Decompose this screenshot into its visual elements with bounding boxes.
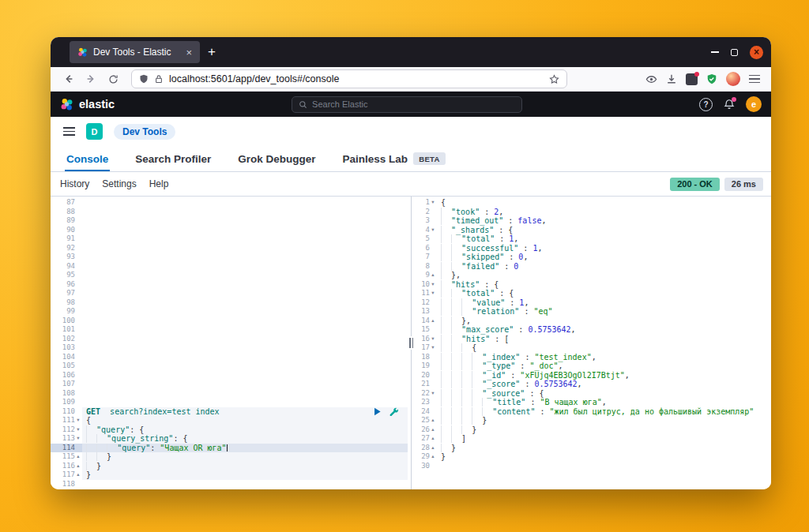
fold-toggle-icon[interactable]: ▾ xyxy=(430,280,436,290)
url-text[interactable]: localhost:5601/app/dev_tools#/console xyxy=(169,73,339,84)
code-line[interactable]: 22▾ "_source" : { xyxy=(415,389,771,399)
maximize-button[interactable] xyxy=(731,49,738,56)
code-line[interactable]: 105 xyxy=(51,362,408,371)
code-line[interactable]: 11▾ "total" : { xyxy=(415,289,771,298)
code-line[interactable]: 10▾ "hits" : { xyxy=(415,280,771,290)
back-icon[interactable] xyxy=(58,69,79,88)
code-line[interactable]: 5 "total" : 1, xyxy=(415,234,771,244)
code-line[interactable]: 94 xyxy=(51,262,408,272)
tab-grok-debugger[interactable]: Grok Debugger xyxy=(236,147,317,171)
code-line[interactable]: 118 xyxy=(51,480,408,489)
code-line[interactable]: 115▴ } xyxy=(51,452,408,462)
fold-toggle-icon[interactable]: ▴ xyxy=(75,452,81,462)
fold-toggle-icon[interactable]: ▴ xyxy=(430,416,436,425)
nav-menu-icon[interactable] xyxy=(63,125,75,138)
fold-toggle-icon[interactable]: ▴ xyxy=(430,444,436,453)
page-info-icon[interactable] xyxy=(154,74,164,84)
code-line[interactable]: 30 xyxy=(415,462,771,471)
code-line[interactable]: 114 "query": "Чащах OR юга" xyxy=(51,444,408,453)
code-line[interactable]: 93 xyxy=(51,253,408,262)
code-line[interactable]: 12 "value" : 1, xyxy=(415,298,771,308)
code-line[interactable]: 25▴ } xyxy=(415,416,771,425)
code-line[interactable]: 87 xyxy=(51,198,408,208)
code-line[interactable]: 92 xyxy=(51,244,408,253)
code-line[interactable]: 95 xyxy=(51,271,408,280)
code-line[interactable]: 109 xyxy=(51,398,408,407)
url-bar[interactable]: localhost:5601/app/dev_tools#/console xyxy=(131,69,567,88)
fold-toggle-icon[interactable]: ▾ xyxy=(75,425,81,435)
request-editor-panel[interactable]: 8788899091929394959697989910010110210310… xyxy=(51,197,408,489)
code-line[interactable]: 110GET _search?index=test_index xyxy=(51,407,408,417)
code-line[interactable]: 97 xyxy=(51,289,408,298)
browser-menu-icon[interactable] xyxy=(749,75,760,84)
fold-toggle-icon[interactable]: ▾ xyxy=(75,416,81,425)
code-line[interactable]: 101 xyxy=(51,325,408,335)
global-search[interactable] xyxy=(292,96,522,113)
code-line[interactable]: 6 "successful" : 1, xyxy=(415,244,771,253)
code-line[interactable]: 111▾{ xyxy=(51,416,408,425)
code-line[interactable]: 117▴} xyxy=(51,470,408,480)
tab-console[interactable]: Console xyxy=(65,147,110,171)
code-line[interactable]: 102 xyxy=(51,335,408,344)
panel-resizer[interactable] xyxy=(408,197,415,489)
fold-toggle-icon[interactable]: ▴ xyxy=(430,317,436,326)
code-line[interactable]: 98 xyxy=(51,298,408,308)
code-line[interactable]: 27▴ ] xyxy=(415,434,771,444)
tracking-shield-icon[interactable] xyxy=(139,74,149,84)
extension-icon[interactable] xyxy=(686,73,698,85)
bookmark-star-icon[interactable] xyxy=(549,74,559,84)
code-line[interactable]: 100 xyxy=(51,317,408,326)
code-line[interactable]: 108 xyxy=(51,389,408,399)
settings-button[interactable]: Settings xyxy=(102,178,136,189)
code-line[interactable]: 2 "took" : 2, xyxy=(415,208,771,217)
code-line[interactable]: 24 "content" : "жил был цитрус, да но фа… xyxy=(415,407,771,417)
space-avatar[interactable]: D xyxy=(86,123,103,140)
download-icon[interactable] xyxy=(666,73,677,84)
code-line[interactable]: 20 "_id" : "xFUjq4EB3OgOl2I7Btjt", xyxy=(415,371,771,380)
code-line[interactable]: 96 xyxy=(51,280,408,290)
code-line[interactable]: 26▴ } xyxy=(415,425,771,435)
fold-toggle-icon[interactable]: ▾ xyxy=(430,198,436,208)
elastic-brand[interactable]: elastic xyxy=(60,98,115,111)
code-line[interactable]: 21 "_score" : 0.5753642, xyxy=(415,380,771,389)
request-options-wrench-icon[interactable] xyxy=(389,406,398,416)
fold-toggle-icon[interactable]: ▾ xyxy=(430,226,436,235)
code-line[interactable]: 17▾ { xyxy=(415,343,771,353)
fold-toggle-icon[interactable]: ▾ xyxy=(430,289,436,298)
reload-icon[interactable] xyxy=(103,69,123,88)
code-line[interactable]: 113▾ "query_string": { xyxy=(51,434,408,444)
user-avatar[interactable]: e xyxy=(746,96,762,112)
fold-toggle-icon[interactable]: ▴ xyxy=(430,452,436,462)
code-line[interactable]: 23 "title" : "В чащах юга", xyxy=(415,398,771,407)
privacy-eye-icon[interactable] xyxy=(645,73,657,85)
response-panel[interactable]: 1▾{2 "took" : 2,3 "timed_out" : false,4▾… xyxy=(415,197,771,489)
tab-search-profiler[interactable]: Search Profiler xyxy=(134,147,213,171)
send-request-button[interactable] xyxy=(373,407,382,416)
profile-avatar[interactable] xyxy=(726,72,740,86)
newsfeed-bell-icon[interactable] xyxy=(724,99,735,110)
help-button[interactable]: Help xyxy=(149,178,169,189)
search-input[interactable] xyxy=(312,99,515,109)
browser-tab[interactable]: Dev Tools - Elastic × xyxy=(70,41,200,63)
code-line[interactable]: 4▾ "_shards" : { xyxy=(415,226,771,235)
code-line[interactable]: 104 xyxy=(51,353,408,362)
breadcrumb[interactable]: Dev Tools xyxy=(114,124,175,140)
code-line[interactable]: 16▾ "hits" : [ xyxy=(415,335,771,344)
fold-toggle-icon[interactable]: ▴ xyxy=(430,425,436,435)
fold-toggle-icon[interactable]: ▾ xyxy=(430,343,436,353)
code-line[interactable]: 9▴ }, xyxy=(415,271,771,280)
fold-toggle-icon[interactable]: ▴ xyxy=(430,434,436,444)
forward-icon[interactable] xyxy=(81,69,101,88)
code-line[interactable]: 116▴ } xyxy=(51,462,408,471)
fold-toggle-icon[interactable]: ▾ xyxy=(75,434,81,444)
fold-toggle-icon[interactable]: ▴ xyxy=(430,271,436,280)
tab-painless-lab[interactable]: Painless Lab BETA xyxy=(341,146,447,171)
fold-toggle-icon[interactable]: ▾ xyxy=(430,389,436,399)
close-button[interactable]: × xyxy=(750,46,763,59)
code-line[interactable]: 88 xyxy=(51,208,408,217)
code-line[interactable]: 106 xyxy=(51,371,408,380)
code-line[interactable]: 19 "_type" : "_doc", xyxy=(415,362,771,371)
code-line[interactable]: 18 "_index" : "test_index", xyxy=(415,353,771,362)
code-line[interactable]: 13 "relation" : "eq" xyxy=(415,307,771,317)
fold-toggle-icon[interactable]: ▾ xyxy=(430,335,436,344)
